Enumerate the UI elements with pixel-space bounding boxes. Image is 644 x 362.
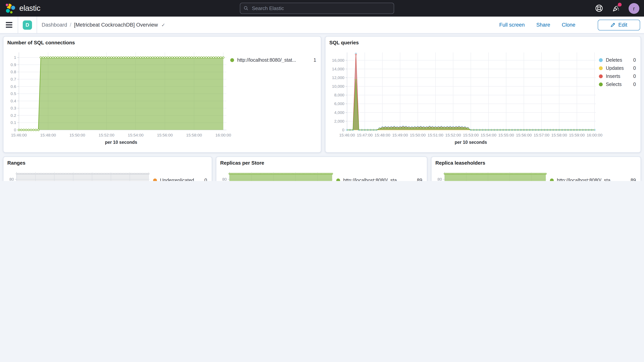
legend-value: 0 (633, 66, 636, 70)
svg-text:0.2: 0.2 (10, 113, 16, 118)
svg-text:15:58:00: 15:58:00 (186, 133, 202, 137)
menu-button[interactable] (0, 16, 18, 33)
svg-text:1: 1 (14, 55, 16, 60)
svg-text:0.1: 0.1 (10, 120, 16, 125)
panel-number-of-sql-connections: Number of SQL connections 10.90.80.70.60… (3, 36, 321, 153)
legend-label: Underreplicated (160, 178, 201, 181)
legend-value: 0 (633, 58, 636, 62)
svg-text:15:54:00: 15:54:00 (128, 133, 144, 137)
legend-dot (153, 178, 157, 181)
legend-item[interactable]: Inserts 0 (599, 74, 636, 79)
elastic-brand[interactable]: elastic (5, 2, 78, 14)
legend-value: 0 (633, 82, 636, 87)
svg-text:2,000: 2,000 (334, 119, 344, 123)
chart-legend: http://localhost:8080/_sta... 89 (550, 166, 640, 181)
elastic-logo-icon (5, 2, 16, 14)
panel-title: Replicas per Store (216, 157, 427, 166)
top-header-bar: elastic (0, 0, 644, 16)
legend-item[interactable]: http://localhost:8080/_sta... 89 (550, 178, 636, 181)
svg-text:16:00:00: 16:00:00 (215, 133, 231, 137)
svg-text:0: 0 (342, 128, 344, 132)
svg-text:12,000: 12,000 (332, 75, 344, 80)
replicas-per-store-chart: 8070605040302010015:46:0015:49:0015:52:0… (216, 166, 336, 181)
legend-item[interactable]: Updates 0 (599, 66, 636, 70)
breadcrumb-separator: / (70, 22, 71, 28)
svg-text:0.4: 0.4 (10, 99, 16, 103)
toolbar-actions: Full screen Share Clone Edit (499, 20, 640, 30)
svg-text:80: 80 (438, 177, 442, 181)
svg-text:4,000: 4,000 (334, 110, 344, 115)
svg-text:0.6: 0.6 (10, 84, 16, 89)
edit-button[interactable]: Edit (598, 20, 640, 30)
legend-value: 0 (204, 178, 207, 181)
svg-text:per 10 seconds: per 10 seconds (455, 140, 487, 145)
dashboard-toolbar: D Dashboard / [Metricbeat CockroachDB] O… (0, 16, 644, 33)
legend-value: 89 (417, 178, 422, 181)
legend-dot (230, 58, 234, 62)
dashboard-app-badge: D (23, 20, 32, 30)
svg-text:15:56:00: 15:56:00 (516, 133, 532, 137)
user-avatar[interactable]: r (628, 3, 639, 14)
help-button[interactable] (595, 4, 603, 12)
legend-item[interactable]: http://localhost:8080/_stat... 1 (230, 58, 316, 62)
breadcrumb-dashboard-link[interactable]: Dashboard (42, 22, 67, 28)
svg-text:15:51:00: 15:51:00 (428, 133, 444, 137)
chart-legend: Underreplicated 0 Overreplicated 0 Unava… (153, 166, 212, 181)
legend-label: http://localhost:8080/_sta... (343, 178, 414, 181)
share-button[interactable]: Share (536, 22, 550, 28)
legend-item[interactable]: Deletes 0 (599, 58, 636, 62)
legend-dot (599, 82, 603, 86)
svg-text:per 10 seconds: per 10 seconds (105, 140, 137, 145)
legend-label: Updates (606, 66, 630, 70)
svg-text:15:50:00: 15:50:00 (410, 133, 426, 137)
search-icon (244, 6, 248, 11)
page-title: [Metricbeat CockroachDB] Overview (74, 22, 158, 28)
svg-text:0.5: 0.5 (10, 91, 16, 96)
notification-badge (618, 2, 622, 6)
svg-text:16,000: 16,000 (332, 58, 344, 62)
sql-connections-chart: 10.90.80.70.60.50.40.30.20.1015:46:0015:… (4, 46, 230, 152)
svg-text:80: 80 (10, 177, 14, 181)
svg-text:10,000: 10,000 (332, 84, 344, 88)
replica-leaseholders-chart: 8070605040302010015:46:0015:49:0015:52:0… (432, 166, 550, 181)
kibana-app: elastic (0, 0, 644, 181)
svg-text:15:49:00: 15:49:00 (392, 133, 408, 137)
panel-title: Number of SQL connections (4, 36, 321, 46)
panel-sql-queries: SQL queries 16,00014,00012,00010,0008,00… (325, 36, 641, 153)
legend-item[interactable]: Underreplicated 0 (153, 178, 207, 181)
panel-ranges: Ranges 8070605040302010015:46:0015:48:00… (3, 156, 212, 181)
svg-text:15:47:00: 15:47:00 (357, 133, 373, 137)
legend-item[interactable]: Selects 0 (599, 82, 636, 87)
clone-button[interactable]: Clone (562, 22, 575, 28)
svg-text:15:48:00: 15:48:00 (374, 133, 390, 137)
sql-queries-chart: 16,00014,00012,00010,0008,0006,0004,0002… (326, 46, 599, 152)
legend-dot (599, 66, 603, 70)
panel-title: Ranges (4, 157, 212, 166)
svg-text:15:52:00: 15:52:00 (98, 133, 114, 137)
svg-text:16:00:00: 16:00:00 (587, 133, 602, 137)
ranges-chart: 8070605040302010015:46:0015:48:0015:50:0… (4, 166, 153, 181)
search-input[interactable] (251, 5, 390, 12)
breadcrumb: Dashboard / [Metricbeat CockroachDB] Ove… (42, 22, 165, 28)
legend-item[interactable]: http://localhost:8080/_sta... 89 (336, 178, 422, 181)
legend-label: http://localhost:8080/_stat... (237, 58, 310, 62)
newsfeed-button[interactable] (612, 4, 620, 12)
global-search[interactable] (240, 3, 394, 14)
legend-dot (336, 178, 340, 181)
legend-value: 1 (314, 58, 316, 62)
avatar-initial: r (633, 5, 635, 11)
chart-legend: Deletes 0 Updates 0 Inserts 0 (599, 46, 640, 152)
panel-title: Replica leaseholders (432, 157, 640, 166)
svg-text:15:59:00: 15:59:00 (569, 133, 585, 137)
full-screen-button[interactable]: Full screen (499, 22, 525, 28)
brand-name: elastic (19, 4, 40, 13)
legend-value: 89 (630, 178, 636, 181)
legend-label: Deletes (606, 58, 630, 62)
svg-text:0.9: 0.9 (10, 62, 16, 67)
svg-text:6,000: 6,000 (334, 102, 344, 106)
svg-text:0.8: 0.8 (10, 70, 16, 74)
title-check-icon[interactable]: ✓ (162, 22, 165, 28)
svg-text:15:48:00: 15:48:00 (40, 133, 56, 137)
legend-dot (599, 74, 603, 78)
legend-label: Inserts (606, 74, 630, 79)
